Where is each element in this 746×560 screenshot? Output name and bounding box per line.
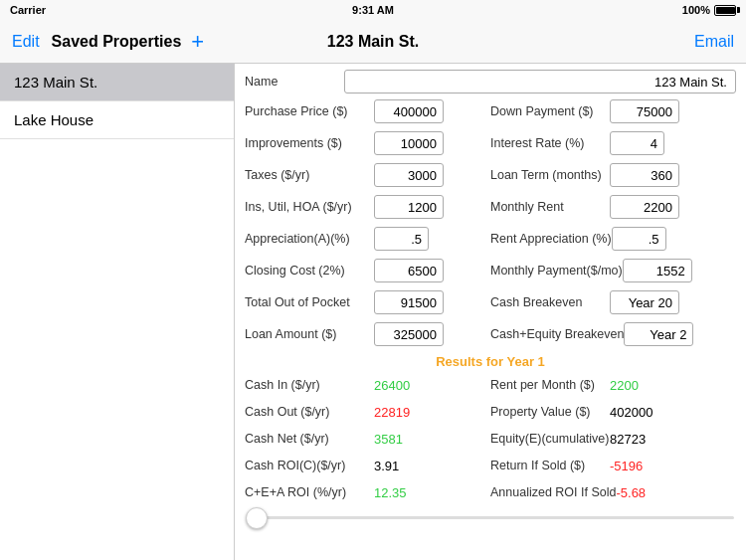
saved-properties-title: Saved Properties bbox=[52, 33, 182, 51]
result-col-right-4: Annualized ROI If Sold -5.68 bbox=[490, 485, 736, 500]
name-row: Name 123 Main St. bbox=[245, 70, 736, 93]
add-property-button[interactable]: + bbox=[181, 31, 214, 53]
field-label-rent-appreciation: Rent Appreciation (%) bbox=[490, 232, 612, 246]
form-row-5: Closing Cost (2%) 6500 Monthly Payment($… bbox=[245, 257, 736, 284]
form-col-right-5: Monthly Payment($/mo) 1552 bbox=[490, 259, 736, 282]
nav-left-section: Edit Saved Properties + bbox=[0, 20, 214, 64]
form-col-right-3: Monthly Rent 2200 bbox=[490, 195, 736, 219]
field-label-total-out: Total Out of Pocket bbox=[245, 295, 374, 309]
field-label-improvements: Improvements ($) bbox=[245, 136, 374, 150]
field-value-ins-util-hoa[interactable]: 1200 bbox=[374, 195, 444, 219]
field-value-monthly-payment: 1552 bbox=[623, 259, 692, 282]
field-value-monthly-rent[interactable]: 2200 bbox=[610, 195, 679, 219]
results-header: Results for Year 1 bbox=[245, 354, 736, 369]
form-row-3: Ins, Util, HOA ($/yr) 1200 Monthly Rent … bbox=[245, 193, 736, 221]
field-label-taxes: Taxes ($/yr) bbox=[245, 168, 374, 182]
form-col-right-4: Rent Appreciation (%) .5 bbox=[490, 227, 736, 251]
field-value-down-payment[interactable]: 75000 bbox=[610, 99, 679, 123]
field-value-rent-appreciation[interactable]: .5 bbox=[612, 227, 666, 251]
status-bar: Carrier 9:31 AM 100% bbox=[0, 0, 746, 20]
field-value-improvements[interactable]: 10000 bbox=[374, 131, 444, 155]
sidebar-item-1[interactable]: Lake House bbox=[0, 101, 234, 139]
field-value-cash-equity-breakeven: Year 2 bbox=[624, 322, 693, 346]
slider-thumb[interactable] bbox=[246, 507, 268, 529]
field-value-closing-cost: 6500 bbox=[374, 259, 444, 282]
result-label-cash-in: Cash In ($/yr) bbox=[245, 378, 374, 392]
result-label-annualized-roi: Annualized ROI If Sold bbox=[490, 485, 616, 499]
field-value-taxes[interactable]: 3000 bbox=[374, 163, 444, 187]
nav-bar: Edit Saved Properties + 123 Main St. Ema… bbox=[0, 20, 746, 64]
form-col-left-1: Improvements ($) 10000 bbox=[245, 131, 490, 155]
field-label-interest-rate: Interest Rate (%) bbox=[490, 136, 610, 150]
name-field[interactable]: 123 Main St. bbox=[344, 70, 736, 93]
main-layout: 123 Main St. Lake House Name 123 Main St… bbox=[0, 64, 746, 560]
field-label-loan-term: Loan Term (months) bbox=[490, 168, 610, 182]
edit-button[interactable]: Edit bbox=[0, 33, 52, 51]
carrier-label: Carrier bbox=[10, 4, 46, 16]
result-value-cash-in: 26400 bbox=[374, 378, 410, 393]
form-col-left-3: Ins, Util, HOA ($/yr) 1200 bbox=[245, 195, 490, 219]
form-col-right-0: Down Payment ($) 75000 bbox=[490, 99, 736, 123]
form-col-left-4: Appreciation(A)(%) .5 bbox=[245, 227, 490, 251]
nav-right-section: Email bbox=[694, 20, 746, 64]
result-row-4: C+E+A ROI (%/yr) 12.35 Annualized ROI If… bbox=[245, 480, 736, 504]
field-label-closing-cost: Closing Cost (2%) bbox=[245, 264, 374, 278]
form-col-right-1: Interest Rate (%) 4 bbox=[490, 131, 736, 155]
result-value-property-value: 402000 bbox=[610, 405, 653, 420]
field-value-loan-term[interactable]: 360 bbox=[610, 163, 679, 187]
form-col-right-7: Cash+Equity Breakeven Year 2 bbox=[490, 322, 736, 346]
field-label-purchase-price: Purchase Price ($) bbox=[245, 104, 374, 118]
status-right: 100% bbox=[682, 4, 736, 16]
result-row-0: Cash In ($/yr) 26400 Rent per Month ($) … bbox=[245, 373, 736, 397]
result-label-equity: Equity(E)(cumulative) bbox=[490, 432, 610, 446]
result-col-left-4: C+E+A ROI (%/yr) 12.35 bbox=[245, 485, 490, 500]
field-label-monthly-payment: Monthly Payment($/mo) bbox=[490, 264, 623, 278]
field-label-cash-breakeven: Cash Breakeven bbox=[490, 295, 610, 309]
field-label-down-payment: Down Payment ($) bbox=[490, 104, 610, 118]
form-col-left-6: Total Out of Pocket 91500 bbox=[245, 290, 490, 314]
sidebar-item-0[interactable]: 123 Main St. bbox=[0, 64, 234, 101]
field-value-cash-breakeven: Year 20 bbox=[610, 290, 679, 314]
field-label-ins-util-hoa: Ins, Util, HOA ($/yr) bbox=[245, 200, 374, 214]
result-label-cash-net: Cash Net ($/yr) bbox=[245, 432, 374, 446]
result-col-left-2: Cash Net ($/yr) 3581 bbox=[245, 432, 490, 447]
field-label-appreciation: Appreciation(A)(%) bbox=[245, 232, 374, 246]
result-col-right-2: Equity(E)(cumulative) 82723 bbox=[490, 432, 736, 447]
form-row-0: Purchase Price ($) 400000 Down Payment (… bbox=[245, 97, 736, 125]
form-row-7: Loan Amount ($) 325000 Cash+Equity Break… bbox=[245, 320, 736, 348]
form-col-right-6: Cash Breakeven Year 20 bbox=[490, 290, 736, 314]
battery-icon bbox=[714, 5, 736, 16]
form-col-left-7: Loan Amount ($) 325000 bbox=[245, 322, 490, 346]
field-value-purchase-price[interactable]: 400000 bbox=[374, 99, 444, 123]
field-value-appreciation[interactable]: .5 bbox=[374, 227, 429, 251]
sidebar-item-label-1: Lake House bbox=[14, 111, 93, 128]
result-value-cash-roi: 3.91 bbox=[374, 459, 399, 473]
result-label-cash-roi: Cash ROI(C)($/yr) bbox=[245, 459, 374, 472]
result-label-return-if-sold: Return If Sold ($) bbox=[490, 459, 610, 472]
battery-percent: 100% bbox=[682, 4, 710, 16]
field-label-loan-amount: Loan Amount ($) bbox=[245, 327, 374, 341]
form-row-6: Total Out of Pocket 91500 Cash Breakeven… bbox=[245, 288, 736, 316]
slider-row bbox=[245, 512, 736, 523]
result-row-1: Cash Out ($/yr) 22819 Property Value ($)… bbox=[245, 400, 736, 424]
slider-track[interactable] bbox=[247, 516, 734, 519]
result-col-left-1: Cash Out ($/yr) 22819 bbox=[245, 405, 490, 420]
email-button[interactable]: Email bbox=[694, 33, 734, 51]
form-col-left-0: Purchase Price ($) 400000 bbox=[245, 99, 490, 123]
field-value-loan-amount: 325000 bbox=[374, 322, 444, 346]
result-row-3: Cash ROI(C)($/yr) 3.91 Return If Sold ($… bbox=[245, 454, 736, 477]
result-col-left-0: Cash In ($/yr) 26400 bbox=[245, 378, 490, 393]
name-label: Name bbox=[245, 75, 344, 89]
field-value-interest-rate[interactable]: 4 bbox=[610, 131, 664, 155]
result-label-property-value: Property Value ($) bbox=[490, 405, 610, 419]
result-value-return-if-sold: -5196 bbox=[610, 459, 643, 473]
result-value-equity: 82723 bbox=[610, 432, 646, 447]
sidebar-item-label-0: 123 Main St. bbox=[14, 74, 97, 91]
form-section: Name 123 Main St. Purchase Price ($) 400… bbox=[245, 70, 736, 348]
result-value-annualized-roi: -5.68 bbox=[616, 485, 646, 500]
field-label-monthly-rent: Monthly Rent bbox=[490, 200, 610, 214]
result-label-rent-per-month: Rent per Month ($) bbox=[490, 378, 610, 392]
form-col-left-5: Closing Cost (2%) 6500 bbox=[245, 259, 490, 282]
result-col-right-0: Rent per Month ($) 2200 bbox=[490, 378, 736, 393]
main-title: 123 Main St. bbox=[327, 33, 419, 51]
